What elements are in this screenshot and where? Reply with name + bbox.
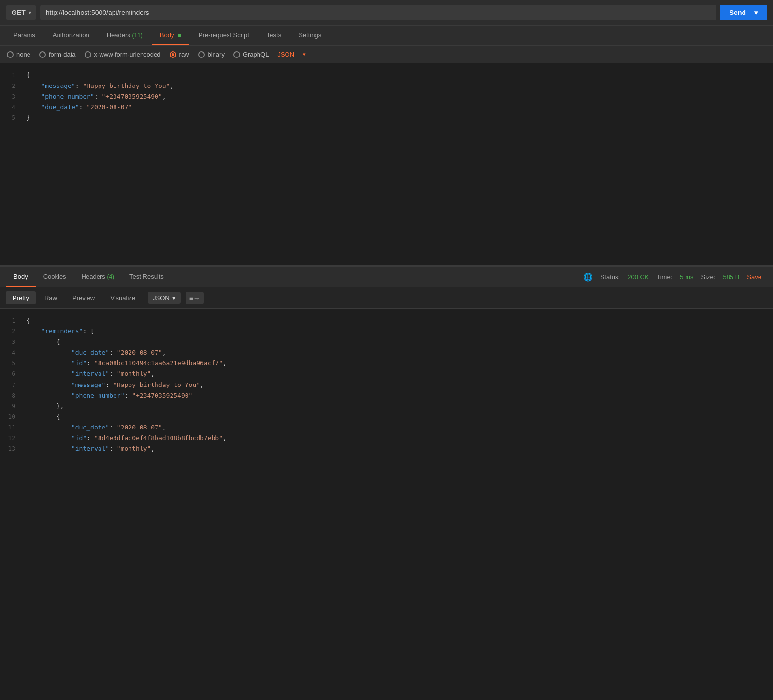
status-time-value: 5 ms xyxy=(680,273,693,281)
status-size-value: 585 B xyxy=(723,273,739,281)
tab-pre-request[interactable]: Pre-request Script xyxy=(191,26,257,45)
tab-settings[interactable]: Settings xyxy=(291,26,329,45)
url-input[interactable] xyxy=(40,5,716,20)
url-bar: GET ▾ Send ▾ xyxy=(0,0,773,26)
resp-format-type-selector[interactable]: JSON ▾ xyxy=(148,292,181,304)
resp-tab-test-results[interactable]: Test Results xyxy=(122,267,172,287)
send-label: Send xyxy=(730,9,746,16)
resp-format-raw[interactable]: Raw xyxy=(38,291,64,304)
globe-icon: 🌐 xyxy=(583,272,593,282)
status-code-label: Status: xyxy=(601,273,620,281)
radio-none xyxy=(7,51,14,58)
send-dropdown-arrow[interactable]: ▾ xyxy=(750,9,758,16)
response-body-editor[interactable]: 1 2 3 4 5 6 7 8 9 10 11 12 13 { "reminde… xyxy=(0,309,773,550)
radio-urlencoded xyxy=(85,51,91,58)
body-type-binary[interactable]: binary xyxy=(198,51,225,58)
tab-tests[interactable]: Tests xyxy=(259,26,289,45)
tab-authorization[interactable]: Authorization xyxy=(45,26,97,45)
request-line-numbers: 1 2 3 4 5 xyxy=(0,63,19,265)
resp-format-pretty[interactable]: Pretty xyxy=(6,291,36,304)
status-size-label: Size: xyxy=(701,273,715,281)
method-dropdown-arrow[interactable]: ▾ xyxy=(26,5,34,20)
method-selector[interactable]: GET ▾ xyxy=(6,5,36,20)
tab-headers[interactable]: Headers (11) xyxy=(99,26,150,45)
resp-format-dropdown-arrow: ▾ xyxy=(172,294,176,301)
json-type-label[interactable]: JSON xyxy=(277,51,294,58)
method-label: GET xyxy=(12,9,26,16)
radio-raw xyxy=(170,51,176,58)
body-type-graphql[interactable]: GraphQL xyxy=(233,51,269,58)
headers-badge: (11) xyxy=(132,32,142,39)
response-line-numbers: 1 2 3 4 5 6 7 8 9 10 11 12 13 xyxy=(0,309,19,550)
status-time-label: Time: xyxy=(657,273,672,281)
json-type-dropdown[interactable]: ▾ xyxy=(303,51,306,57)
request-tabs: Params Authorization Headers (11) Body P… xyxy=(0,26,773,46)
status-code-value: 200 OK xyxy=(628,273,649,281)
radio-form-data xyxy=(39,51,46,58)
response-body-content: { "reminders": [ { "due_date": "2020-08-… xyxy=(19,309,773,550)
resp-tab-cookies[interactable]: Cookies xyxy=(36,267,74,287)
send-button[interactable]: Send ▾ xyxy=(720,5,767,20)
request-body-editor[interactable]: 1 2 3 4 5 { "message": "Happy birthday t… xyxy=(0,63,773,266)
resp-headers-badge: (4) xyxy=(107,273,114,280)
word-wrap-button[interactable]: ≡→ xyxy=(186,292,204,304)
radio-graphql xyxy=(233,51,240,58)
body-type-none[interactable]: none xyxy=(7,51,30,58)
save-response-button[interactable]: Save xyxy=(747,273,761,281)
body-type-raw[interactable]: raw xyxy=(170,51,189,58)
resp-format-preview[interactable]: Preview xyxy=(66,291,101,304)
body-type-urlencoded[interactable]: x-www-form-urlencoded xyxy=(85,51,161,58)
tab-body[interactable]: Body xyxy=(152,26,189,45)
response-tabs-bar: Body Cookies Headers (4) Test Results 🌐 … xyxy=(0,266,773,287)
response-format-bar: Pretty Raw Preview Visualize JSON ▾ ≡→ xyxy=(0,287,773,309)
radio-binary xyxy=(198,51,205,58)
tab-params[interactable]: Params xyxy=(6,26,43,45)
resp-format-visualize[interactable]: Visualize xyxy=(103,291,142,304)
body-type-bar: none form-data x-www-form-urlencoded raw… xyxy=(0,46,773,63)
status-area: 🌐 Status: 200 OK Time: 5 ms Size: 585 B … xyxy=(583,272,767,282)
request-body-content[interactable]: { "message": "Happy birthday to You", "p… xyxy=(19,63,773,265)
resp-tab-headers[interactable]: Headers (4) xyxy=(74,267,122,287)
resp-tab-body[interactable]: Body xyxy=(6,267,36,287)
body-type-form-data[interactable]: form-data xyxy=(39,51,76,58)
body-active-dot xyxy=(178,34,181,37)
